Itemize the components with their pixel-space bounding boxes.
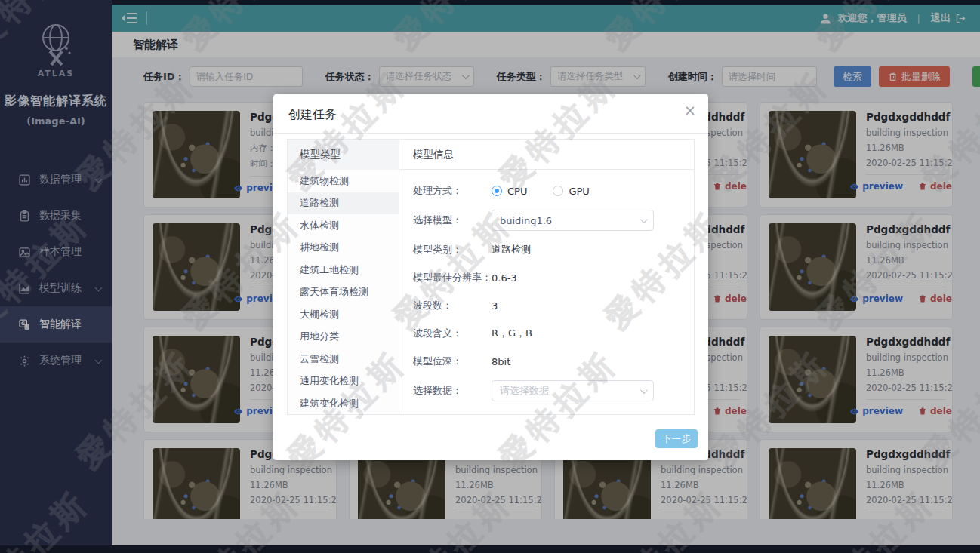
create-task-modal: 创建任务 × 模型类型 建筑物检测道路检测水体检测耕地检测建筑工地检测露天体育场… bbox=[273, 94, 708, 460]
chevron-down-icon bbox=[640, 386, 648, 394]
cpu-radio[interactable]: CPU bbox=[492, 186, 527, 197]
best-resolution-label: 模型最佳分辨率： bbox=[413, 271, 492, 284]
model-info-panel: 模型信息 处理方式： CPU GPU 选择模型： buiding1.6 bbox=[399, 140, 694, 414]
radio-selected-icon bbox=[492, 186, 502, 196]
model-type-item-9[interactable]: 通用变化检测 bbox=[288, 370, 399, 393]
band-count-value: 3 bbox=[492, 300, 498, 312]
bit-depth-value: 8bit bbox=[492, 356, 510, 367]
data-select[interactable]: 请选择数据 bbox=[492, 380, 654, 401]
band-meaning-value: R，G，B bbox=[492, 327, 532, 340]
band-count-label: 波段数： bbox=[413, 299, 492, 312]
process-mode-label: 处理方式： bbox=[413, 184, 492, 198]
model-type-item-2[interactable]: 水体检测 bbox=[288, 214, 399, 237]
band-meaning-label: 波段含义： bbox=[413, 327, 492, 340]
model-type-item-5[interactable]: 露天体育场检测 bbox=[288, 281, 399, 304]
model-type-item-4[interactable]: 建筑工地检测 bbox=[288, 259, 399, 281]
radio-unselected-icon bbox=[553, 186, 563, 196]
model-select[interactable]: buiding1.6 bbox=[492, 210, 654, 231]
model-type-item-0[interactable]: 建筑物检测 bbox=[288, 170, 399, 192]
close-icon[interactable]: × bbox=[684, 103, 696, 118]
model-select-label: 选择模型： bbox=[413, 214, 492, 227]
model-type-item-6[interactable]: 大棚检测 bbox=[288, 303, 399, 326]
gpu-radio[interactable]: GPU bbox=[553, 186, 589, 197]
model-info-header: 模型信息 bbox=[399, 140, 694, 170]
model-type-header: 模型类型 bbox=[288, 140, 399, 170]
model-type-item-1[interactable]: 道路检测 bbox=[288, 192, 399, 215]
model-type-panel: 模型类型 建筑物检测道路检测水体检测耕地检测建筑工地检测露天体育场检测大棚检测用… bbox=[288, 140, 399, 414]
chevron-down-icon bbox=[640, 216, 648, 223]
model-type-item-7[interactable]: 用地分类 bbox=[288, 326, 399, 349]
modal-divider bbox=[273, 133, 708, 134]
model-type-item-3[interactable]: 耕地检测 bbox=[288, 237, 399, 260]
best-resolution-value: 0.6-3 bbox=[492, 272, 517, 284]
model-type-item-8[interactable]: 云雪检测 bbox=[288, 348, 399, 370]
bit-depth-label: 模型位深： bbox=[413, 355, 492, 368]
model-category-label: 模型类别： bbox=[413, 243, 492, 257]
modal-title: 创建任务 bbox=[288, 107, 337, 121]
model-type-list: 建筑物检测道路检测水体检测耕地检测建筑工地检测露天体育场检测大棚检测用地分类云雪… bbox=[288, 170, 399, 415]
model-category-value: 道路检测 bbox=[492, 243, 531, 257]
next-step-button[interactable]: 下一步 bbox=[655, 429, 698, 448]
data-select-label: 选择数据： bbox=[413, 384, 492, 398]
app-window: ATLAS 影像智能解译系统 (Image-AI) 数据管理数据采集样本管理模型… bbox=[0, 0, 980, 553]
model-type-item-10[interactable]: 建筑变化检测 bbox=[288, 392, 399, 415]
